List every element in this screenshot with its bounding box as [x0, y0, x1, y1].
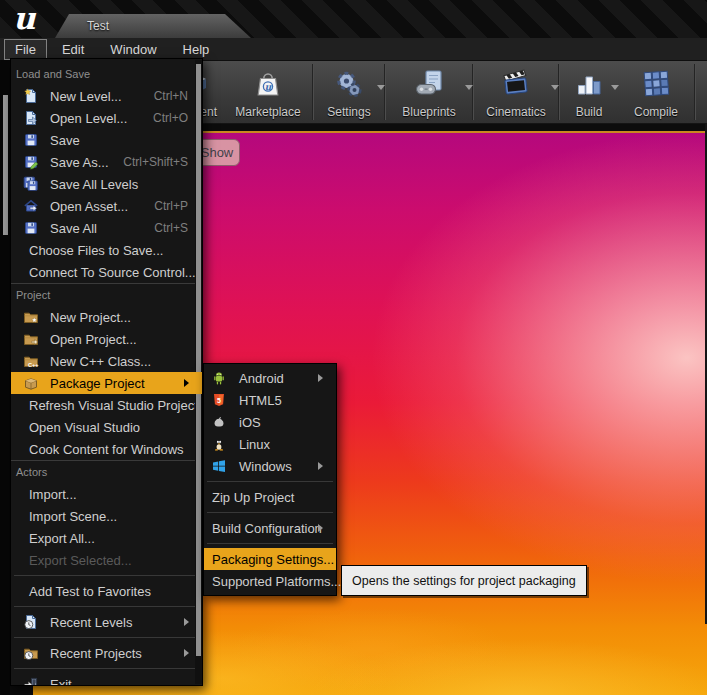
- toolbar-button-build[interactable]: Build: [560, 61, 618, 123]
- menu-separator: [207, 512, 333, 513]
- menu-item-zip-up-project[interactable]: Zip Up Project: [204, 486, 336, 508]
- menu-item-label: Refresh Visual Studio Project: [29, 398, 198, 413]
- tooltip: Opens the settings for project packaging: [341, 565, 587, 596]
- left-panel-edge: [0, 60, 10, 695]
- menu-item-recent-projects[interactable]: Recent Projects: [11, 642, 202, 664]
- menu-item-open-level[interactable]: Open Level...Ctrl+O: [11, 107, 202, 129]
- menu-item-label: iOS: [239, 415, 261, 430]
- page-clock-icon: [23, 614, 41, 630]
- menubar-item-edit[interactable]: Edit: [51, 39, 95, 60]
- box-icon: [23, 375, 41, 391]
- toolbar-button-compile[interactable]: Compile: [618, 61, 694, 123]
- menu-item-shortcut: Ctrl+P: [154, 199, 192, 213]
- toolbar-button-marketplace[interactable]: uMarketplace: [224, 61, 312, 123]
- menu-item-label: Windows: [239, 459, 292, 474]
- menu-item-label: Open Visual Studio: [29, 420, 140, 435]
- menu-item-label: New Project...: [50, 310, 131, 325]
- menu-item-import-scene[interactable]: Import Scene...: [11, 505, 202, 527]
- menubar-item-file[interactable]: File: [4, 39, 47, 60]
- menu-item-supported-platforms[interactable]: Supported Platforms...: [204, 570, 336, 592]
- menu-item-ios[interactable]: iOS: [204, 411, 336, 433]
- menu-item-save[interactable]: Save: [11, 129, 202, 151]
- menu-section-project: ProjectNew Project...Open Project...C++N…: [11, 283, 202, 460]
- menu-item-android[interactable]: Android: [204, 367, 336, 389]
- submenu-arrow-icon: [184, 379, 193, 387]
- menu-item-import[interactable]: Import...: [11, 483, 202, 505]
- toolbar-button-settings[interactable]: Settings: [314, 61, 384, 123]
- level-tab[interactable]: Test: [55, 14, 251, 38]
- submenu-arrow-icon: [184, 618, 193, 626]
- menu-item-open-project[interactable]: Open Project...: [11, 328, 202, 350]
- menu-item-label: New Level...: [50, 89, 122, 104]
- left-panel-scrollbar[interactable]: [3, 95, 8, 235]
- menu-item-packaging-settings[interactable]: Packaging Settings...: [204, 548, 336, 570]
- menu-item-label: Import...: [29, 487, 77, 502]
- menu-item-label: Connect To Source Control...: [29, 265, 196, 280]
- menu-item-package-project[interactable]: Package Project: [11, 372, 202, 394]
- settings-icon: [331, 63, 367, 105]
- menu-item-exit[interactable]: Exit: [11, 673, 202, 686]
- menu-item-html5[interactable]: 5HTML5: [204, 389, 336, 411]
- submenu-arrow-icon: [318, 462, 327, 470]
- svg-text:C++: C++: [28, 362, 39, 368]
- menu-item-label: Open Level...: [50, 111, 127, 126]
- chevron-down-icon[interactable]: [465, 85, 473, 94]
- blueprints-icon: [411, 63, 447, 105]
- home-arrow-icon: [23, 198, 41, 214]
- menubar-item-window[interactable]: Window: [99, 39, 167, 60]
- menu-item-cook-content-for-windows[interactable]: Cook Content for Windows: [11, 438, 202, 460]
- menu-item-save-all-levels[interactable]: Save All Levels: [11, 173, 202, 195]
- menu-section-header: Load and Save: [11, 63, 202, 85]
- toolbar-button-play[interactable]: Play: [696, 61, 707, 123]
- menu-section-header: Project: [11, 284, 202, 306]
- menu-item-new-project[interactable]: New Project...: [11, 306, 202, 328]
- folder-star-icon: [23, 309, 41, 325]
- toolbar-button-label: Cinematics: [486, 105, 545, 120]
- file-menu-scrollbar-thumb[interactable]: [196, 64, 201, 656]
- menu-item-label: Android: [239, 371, 284, 386]
- menu-item-label: Open Asset...: [50, 199, 128, 214]
- linux-icon: [211, 436, 229, 452]
- menu-item-linux[interactable]: Linux: [204, 433, 336, 455]
- menu-item-open-asset[interactable]: Open Asset...Ctrl+P: [11, 195, 202, 217]
- menu-item-label: Save All Levels: [50, 177, 138, 192]
- menu-item-build-configuration[interactable]: Build Configuration: [204, 517, 336, 539]
- windows-icon: [211, 458, 229, 474]
- marketplace-icon: u: [250, 63, 286, 105]
- menu-item-label: Import Scene...: [29, 509, 117, 524]
- folder-arrow-icon: [23, 331, 41, 347]
- chevron-down-icon[interactable]: [377, 85, 385, 94]
- menu-item-save-as[interactable]: Save As...Ctrl+Shift+S: [11, 151, 202, 173]
- submenu-arrow-icon: [318, 374, 327, 382]
- toolbar-button-blueprints[interactable]: Blueprints: [386, 61, 472, 123]
- html5-icon: 5: [211, 392, 229, 408]
- folder-cpp-icon: C++: [23, 353, 41, 369]
- package-project-submenu: Android5HTML5iOSLinuxWindowsZip Up Proje…: [203, 363, 337, 596]
- menu-item-recent-levels[interactable]: Recent Levels: [11, 611, 202, 633]
- menu-item-save-all[interactable]: Save AllCtrl+S: [11, 217, 202, 239]
- menu-item-export-selected: Export Selected...: [11, 549, 202, 571]
- menu-item-new-c-class[interactable]: C++New C++ Class...: [11, 350, 202, 372]
- unreal-editor-window: u Test FileEditWindowHelp ContentuMarket…: [0, 0, 707, 695]
- menu-separator: [14, 668, 199, 669]
- menu-item-label: Save As...: [50, 155, 109, 170]
- toolbar-button-cinematics[interactable]: Cinematics: [474, 61, 558, 123]
- menubar-item-help[interactable]: Help: [172, 39, 221, 60]
- menu-item-refresh-visual-studio-project[interactable]: Refresh Visual Studio Project: [11, 394, 202, 416]
- menu-item-add-test-to-favorites[interactable]: Add Test to Favorites: [11, 580, 202, 602]
- menu-item-choose-files-to-save[interactable]: Choose Files to Save...: [11, 239, 202, 261]
- chevron-down-icon[interactable]: [551, 85, 559, 94]
- floppy-pencil-icon: [23, 154, 41, 170]
- door-arrow-icon: [23, 676, 41, 686]
- menu-item-connect-to-source-control[interactable]: Connect To Source Control...: [11, 261, 202, 283]
- menu-item-label: Save All: [50, 221, 97, 236]
- title-bar: u Test: [0, 0, 707, 38]
- menu-item-export-all[interactable]: Export All...: [11, 527, 202, 549]
- menu-item-windows[interactable]: Windows: [204, 455, 336, 477]
- menu-item-label: Packaging Settings...: [212, 552, 334, 567]
- menu-item-open-visual-studio[interactable]: Open Visual Studio: [11, 416, 202, 438]
- menu-item-new-level[interactable]: New Level...Ctrl+N: [11, 85, 202, 107]
- menu-separator: [207, 543, 333, 544]
- floppy-icon: [23, 132, 41, 148]
- unreal-logo-icon: u: [13, 0, 36, 37]
